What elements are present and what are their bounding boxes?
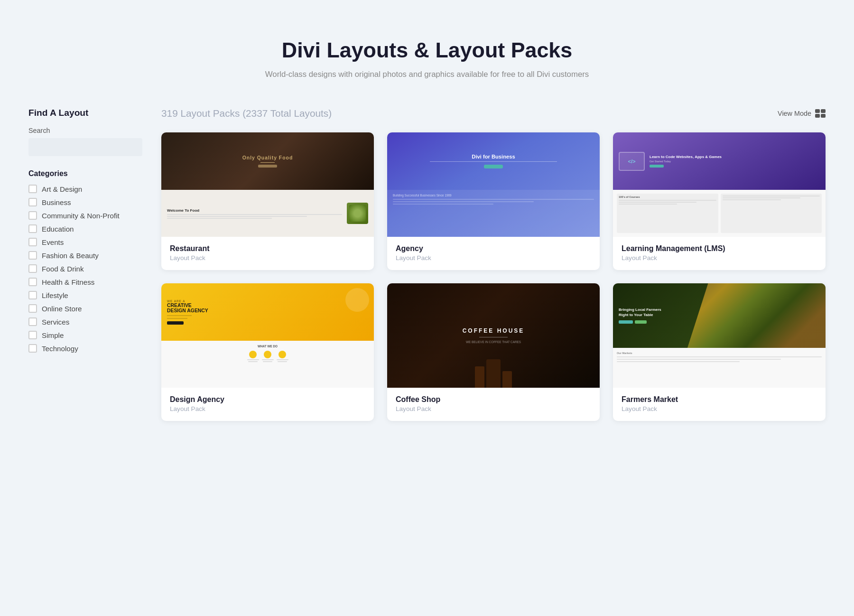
card-preview-lms: </> Learn to Code Websites, Apps & Games…: [613, 132, 826, 237]
category-label: Art & Design: [42, 185, 82, 193]
sidebar-item-lifestyle[interactable]: Lifestyle: [28, 291, 142, 299]
checkbox-health-fitness[interactable]: [28, 278, 37, 286]
checkbox-simple[interactable]: [28, 331, 37, 339]
layout-card-coffee-shop[interactable]: COFFEE HOUSE WE BELIEVE IN COFFEE THAT C…: [387, 283, 600, 421]
sidebar-item-simple[interactable]: Simple: [28, 331, 142, 339]
checkbox-services[interactable]: [28, 317, 37, 326]
main-content: 319 Layout Packs (2337 Total Layouts) Vi…: [161, 108, 826, 421]
card-preview-coffee-shop: COFFEE HOUSE WE BELIEVE IN COFFEE THAT C…: [387, 283, 600, 388]
card-type: Layout Pack: [170, 405, 365, 412]
card-preview-restaurant: Only Quality Food Welcome To Food: [161, 132, 374, 237]
checkbox-community[interactable]: [28, 211, 37, 220]
sidebar-item-education[interactable]: Education: [28, 224, 142, 233]
card-title: Coffee Shop: [396, 395, 591, 404]
layout-card-lms[interactable]: </> Learn to Code Websites, Apps & Games…: [613, 132, 826, 270]
card-title: Restaurant: [170, 244, 365, 253]
page-title: Divi Layouts & Layout Packs: [28, 38, 826, 62]
card-title: Farmers Market: [622, 395, 817, 404]
sidebar-item-fashion-beauty[interactable]: Fashion & Beauty: [28, 251, 142, 260]
page-subtitle: World-class designs with original photos…: [28, 70, 826, 79]
sidebar-item-art-design[interactable]: Art & Design: [28, 185, 142, 193]
checkbox-business[interactable]: [28, 198, 37, 206]
category-label: Simple: [42, 331, 64, 339]
checkbox-education[interactable]: [28, 224, 37, 233]
category-label: Health & Fitness: [42, 278, 94, 286]
sidebar-title: Find A Layout: [28, 108, 142, 118]
page-wrapper: Divi Layouts & Layout Packs World-class …: [0, 0, 854, 440]
sidebar-item-health-fitness[interactable]: Health & Fitness: [28, 278, 142, 286]
layout-card-agency[interactable]: Divi for Business Building Successful Bu…: [387, 132, 600, 270]
sidebar-item-events[interactable]: Events: [28, 238, 142, 246]
layout-count-number: 319 Layout Packs: [161, 108, 240, 119]
sidebar-item-community[interactable]: Community & Non-Profit: [28, 211, 142, 220]
sidebar-item-technology[interactable]: Technology: [28, 344, 142, 353]
category-label: Education: [42, 225, 74, 233]
search-label: Search: [28, 127, 142, 134]
main-header: 319 Layout Packs (2337 Total Layouts) Vi…: [161, 108, 826, 119]
card-title: Agency: [396, 244, 591, 253]
categories-title: Categories: [28, 169, 142, 178]
category-label: Services: [42, 318, 69, 326]
card-type: Layout Pack: [170, 254, 365, 261]
page-header: Divi Layouts & Layout Packs World-class …: [28, 19, 826, 108]
sidebar-item-services[interactable]: Services: [28, 317, 142, 326]
layout-grid: Only Quality Food Welcome To Food: [161, 132, 826, 421]
checkbox-food-drink[interactable]: [28, 264, 37, 273]
card-info-design-agency: Design Agency Layout Pack: [161, 388, 374, 421]
sidebar-item-business[interactable]: Business: [28, 198, 142, 206]
sidebar-item-online-store[interactable]: Online Store: [28, 304, 142, 313]
view-mode-label: View Mode: [778, 110, 811, 117]
sidebar: Find A Layout Search Categories Art & De…: [28, 108, 142, 353]
checkbox-lifestyle[interactable]: [28, 291, 37, 299]
card-info-restaurant: Restaurant Layout Pack: [161, 237, 374, 270]
category-label: Community & Non-Profit: [42, 212, 120, 220]
card-info-agency: Agency Layout Pack: [387, 237, 600, 270]
category-label: Business: [42, 198, 71, 206]
sidebar-item-food-drink[interactable]: Food & Drink: [28, 264, 142, 273]
layout-count: 319 Layout Packs (2337 Total Layouts): [161, 108, 332, 119]
layout-card-restaurant[interactable]: Only Quality Food Welcome To Food: [161, 132, 374, 270]
search-input[interactable]: [28, 138, 142, 156]
category-label: Online Store: [42, 305, 82, 313]
checkbox-events[interactable]: [28, 238, 37, 246]
category-label: Technology: [42, 345, 78, 353]
category-list: Art & Design Business Community & Non-Pr…: [28, 185, 142, 353]
checkbox-fashion-beauty[interactable]: [28, 251, 37, 260]
layout-card-farmers-market[interactable]: Bringing Local FarmersRight to Your Tabl…: [613, 283, 826, 421]
card-type: Layout Pack: [622, 405, 817, 412]
card-info-lms: Learning Management (LMS) Layout Pack: [613, 237, 826, 270]
category-label: Food & Drink: [42, 265, 84, 273]
content-area: Find A Layout Search Categories Art & De…: [28, 108, 826, 421]
card-info-farmers-market: Farmers Market Layout Pack: [613, 388, 826, 421]
card-type: Layout Pack: [622, 254, 817, 261]
checkbox-technology[interactable]: [28, 344, 37, 353]
layout-card-design-agency[interactable]: We Are A CREATIVEDESIGN AGENCY WHAT WE D…: [161, 283, 374, 421]
card-preview-agency: Divi for Business Building Successful Bu…: [387, 132, 600, 237]
card-title: Design Agency: [170, 395, 365, 404]
category-label: Fashion & Beauty: [42, 252, 99, 260]
card-preview-farmers-market: Bringing Local FarmersRight to Your Tabl…: [613, 283, 826, 388]
card-type: Layout Pack: [396, 254, 591, 261]
total-layouts: (2337 Total Layouts): [242, 108, 332, 119]
card-preview-design-agency: We Are A CREATIVEDESIGN AGENCY WHAT WE D…: [161, 283, 374, 388]
card-title: Learning Management (LMS): [622, 244, 817, 253]
view-mode-toggle[interactable]: View Mode: [778, 109, 826, 118]
checkbox-online-store[interactable]: [28, 304, 37, 313]
card-type: Layout Pack: [396, 405, 591, 412]
category-label: Events: [42, 238, 64, 246]
category-label: Lifestyle: [42, 291, 68, 299]
checkbox-art-design[interactable]: [28, 185, 37, 193]
grid-view-icon[interactable]: [815, 109, 826, 118]
card-info-coffee-shop: Coffee Shop Layout Pack: [387, 388, 600, 421]
